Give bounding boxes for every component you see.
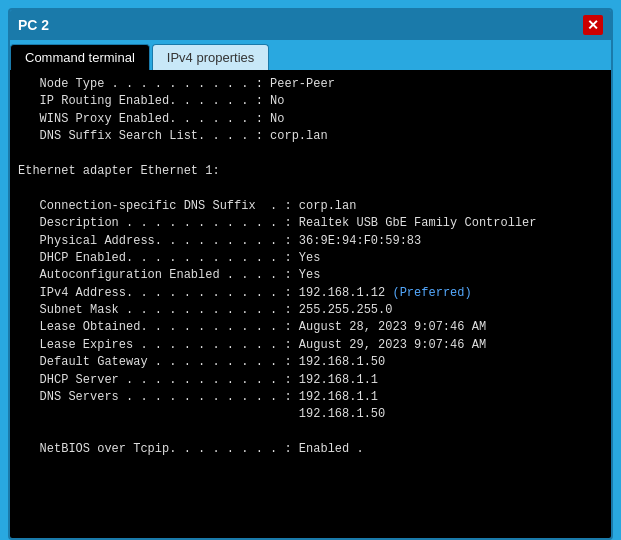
title-bar: PC 2 ✕ xyxy=(10,10,611,40)
main-window: PC 2 ✕ Command terminal IPv4 properties … xyxy=(8,8,613,540)
window-title: PC 2 xyxy=(18,17,49,33)
tab-ipv4-properties[interactable]: IPv4 properties xyxy=(152,44,269,70)
preferred-label: (Preferred) xyxy=(392,286,471,300)
tab-command-terminal[interactable]: Command terminal xyxy=(10,44,150,70)
terminal-output[interactable]: Node Type . . . . . . . . . . : Peer-Pee… xyxy=(10,70,611,538)
tab-bar: Command terminal IPv4 properties xyxy=(10,40,611,70)
close-button[interactable]: ✕ xyxy=(583,15,603,35)
